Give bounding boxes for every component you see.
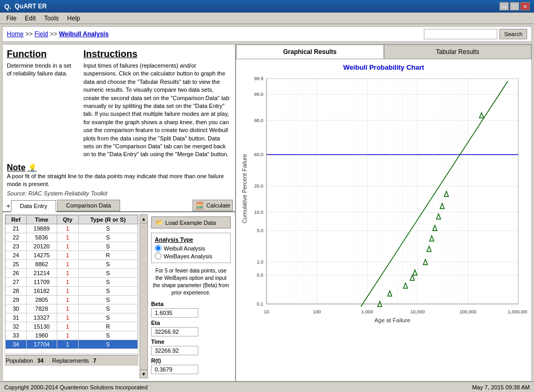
table-row[interactable]: 28161821S [6,287,138,296]
tab-tabular[interactable]: Tabular Results [384,45,532,59]
menu-file[interactable]: File [2,14,20,23]
cell-type: S [78,224,137,233]
table-row[interactable]: 3319801S [6,331,138,340]
note-icon: 💡 [28,164,37,172]
copyright: Copyright 2000-2014 Quanterion Solutions… [4,384,147,390]
table-row[interactable]: 21198891S [6,224,138,233]
col-ref: Ref [6,215,27,224]
right-panel: Graphical Results Tabular Results Weibul… [236,45,531,381]
cell-qty: 1 [57,260,78,269]
cell-ref: 23 [6,242,27,251]
search-area: Search [424,29,527,39]
menu-bar: File Edit Tools Help [0,13,534,24]
breadcrumb-home[interactable]: Home [7,30,24,38]
table-scroll[interactable]: Ref Time Qty Type (R or S) 21198891S2258… [5,214,138,354]
weibull-radio-label[interactable]: Weibull Analysis [155,245,227,252]
title-bar-controls[interactable]: — □ ✕ [499,2,530,10]
cell-qty: 1 [57,340,78,349]
close-button[interactable]: ✕ [520,2,530,10]
rt-value: 0.3679 [151,365,198,374]
calculate-button[interactable]: 🧮 Calculate [193,200,233,211]
cell-ref: 27 [6,278,27,287]
cell-qty: 1 [57,251,78,260]
beta-label: Beta [151,301,231,307]
weibayes-radio[interactable] [155,253,162,259]
breadcrumb-sep1: >> [25,30,34,38]
instructions-text: Input times of failures (replacements) a… [83,62,231,159]
function-section: Function Determine trends in a set of re… [7,49,75,159]
info-text: For 5 or fewer data points, use the WeiB… [151,267,231,297]
svg-text:60.0: 60.0 [254,152,263,157]
menu-tools[interactable]: Tools [40,14,63,23]
table-row[interactable]: 34177041S [6,340,138,349]
table-row[interactable]: 26212141S [6,269,138,278]
minimize-button[interactable]: — [499,2,509,10]
scroll-up-arrow[interactable]: ▲ [140,215,147,223]
table-row[interactable]: 2258361S [6,233,138,242]
table-row[interactable]: 31133271S [6,313,138,322]
tab-comparison-data[interactable]: Comparison Data [57,200,120,211]
replacements-value: 7 [93,357,97,364]
table-row[interactable]: 27117091S [6,278,138,287]
table-row[interactable]: 23201201S [6,242,138,251]
app-title: QuART ER [15,3,47,10]
cell-qty: 1 [57,242,78,251]
table-row[interactable]: 32151301R [6,322,138,331]
table-row[interactable]: 24142751R [6,251,138,260]
right-controls: 📂 Load Example Data Analysis Type Weibul… [149,214,233,378]
function-instructions-row: Function Determine trends in a set of re… [3,45,235,161]
time-label: Time [151,339,231,345]
load-example-button[interactable]: 📂 Load Example Data [151,216,231,228]
tab-data-entry[interactable]: Data Entry [11,200,56,212]
breadcrumb-weibull[interactable]: Weibull Analysis [59,30,109,38]
tab-graphical[interactable]: Graphical Results [236,45,384,59]
table-column: Ref Time Qty Type (R or S) 21198891S2258… [5,214,138,378]
menu-help[interactable]: Help [63,14,84,23]
svg-text:5.0: 5.0 [257,228,263,233]
tab-left-arrow[interactable]: ◄ [5,203,11,209]
note-source: Source: RIAC System Reliability Toolkit [7,190,231,197]
weibull-radio[interactable] [155,245,162,252]
cell-ref: 31 [6,313,27,322]
cell-time: 1980 [26,331,57,340]
breadcrumb-sep2: >> [50,30,59,38]
cell-type: S [78,242,137,251]
left-panel: Function Determine trends in a set of re… [3,45,236,381]
cell-ref: 26 [6,269,27,278]
chart-tab-bar: Graphical Results Tabular Results [236,45,531,59]
cell-type: S [78,278,137,287]
function-title: Function [7,49,75,60]
cell-qty: 1 [57,224,78,233]
menu-edit[interactable]: Edit [20,14,40,23]
scroll-down-arrow[interactable]: ▼ [140,369,147,378]
cell-type: S [78,340,137,349]
search-input[interactable] [424,29,497,39]
table-scrollbar[interactable]: ▲ ▼ [140,214,148,378]
content-area: Function Determine trends in a set of re… [2,44,532,382]
cell-type: R [78,322,137,331]
note-title: Note 💡 [7,163,231,172]
data-entry-panel: Ref Time Qty Type (R or S) 21198891S2258… [3,212,235,380]
svg-text:20.0: 20.0 [254,183,263,189]
cell-ref: 21 [6,224,27,233]
table-row[interactable]: 2588621S [6,260,138,269]
cell-time: 16182 [26,287,57,296]
cell-time: 17704 [26,340,57,349]
load-icon: 📂 [156,219,163,226]
cell-time: 8862 [26,260,57,269]
cell-qty: 1 [57,313,78,322]
weibayes-radio-label[interactable]: WeiBayes Analysis [155,253,227,259]
breadcrumb-field[interactable]: Field [35,30,48,38]
chart-title: Weibull Probability Chart [240,63,527,71]
search-button[interactable]: Search [499,29,527,39]
title-bar: Q. QuART ER — □ ✕ [0,0,534,13]
maximize-button[interactable]: □ [510,2,519,10]
table-row[interactable]: 3078281S [6,304,138,313]
svg-text:0.1: 0.1 [257,301,263,307]
title-bar-left: Q. QuART ER [4,3,47,10]
analysis-type-box: Analysis Type Weibull Analysis WeiBayes … [151,233,231,263]
svg-text:100: 100 [313,309,321,314]
svg-text:1.0: 1.0 [257,259,263,265]
table-row[interactable]: 2928051S [6,296,138,304]
cell-type: S [78,313,137,322]
